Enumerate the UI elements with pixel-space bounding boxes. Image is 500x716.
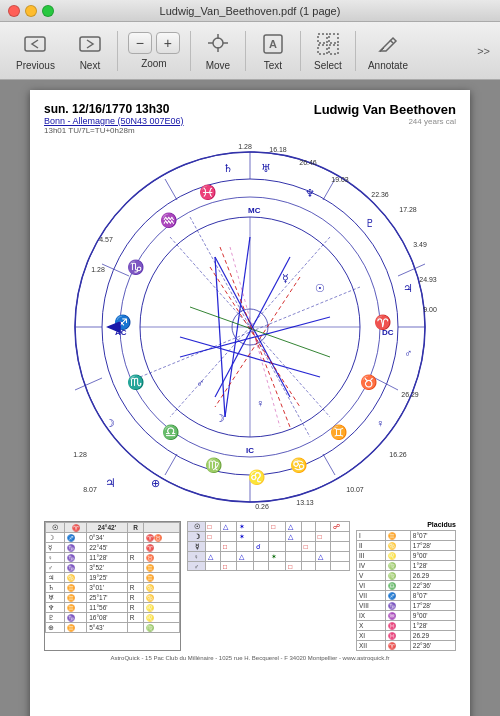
select-icon [314, 30, 342, 58]
zoom-group: − + Zoom [120, 28, 188, 73]
annotate-label: Annotate [368, 60, 408, 71]
svg-rect-0 [25, 37, 45, 51]
select-label: Select [314, 60, 342, 71]
svg-text:9.00: 9.00 [423, 306, 437, 313]
svg-text:1.28: 1.28 [73, 451, 87, 458]
svg-text:1.28: 1.28 [238, 143, 252, 150]
placidus-title: Placidus [356, 521, 456, 528]
svg-text:♊: ♊ [330, 424, 348, 441]
previous-label: Previous [16, 60, 55, 71]
svg-text:☿: ☿ [282, 272, 289, 284]
next-button[interactable]: Next [65, 26, 115, 76]
minimize-button[interactable] [25, 5, 37, 17]
annotate-button[interactable]: Annotate [358, 26, 418, 76]
svg-text:16.18: 16.18 [269, 146, 287, 153]
placidus-table: Placidus I ♊ 8°07' II ♋ 17°28' III ♌ [356, 521, 456, 651]
svg-text:26.46: 26.46 [299, 159, 317, 166]
aspect-table: ☉ □ △ ✶ □ △ ☍ ☽ □ [187, 521, 350, 651]
svg-text:♅: ♅ [261, 162, 271, 174]
select-button[interactable]: Select [303, 26, 353, 76]
move-button[interactable]: Move [193, 26, 243, 76]
header-left: sun. 12/16/1770 13h30 Bonn - Allemagne (… [44, 102, 184, 135]
birth-date: sun. 12/16/1770 13h30 [44, 102, 184, 116]
zoom-in-button[interactable]: + [156, 32, 180, 54]
chart-container: ♓ ♒ ♑ ♐ ♏ ♎ ♍ ♌ [44, 137, 456, 517]
svg-point-2 [213, 38, 223, 48]
svg-rect-10 [329, 34, 338, 43]
svg-text:4.57: 4.57 [99, 236, 113, 243]
page-header: sun. 12/16/1770 13h30 Bonn - Allemagne (… [44, 102, 456, 135]
table-header: ☉ [46, 523, 65, 533]
svg-text:♏: ♏ [127, 374, 145, 391]
svg-text:♋: ♋ [290, 457, 308, 474]
divider-5 [355, 31, 356, 71]
svg-text:⊕: ⊕ [151, 477, 160, 489]
svg-text:♓: ♓ [199, 184, 217, 201]
text-icon: A [259, 30, 287, 58]
svg-text:DC: DC [382, 328, 394, 337]
svg-text:22.36: 22.36 [371, 191, 389, 198]
svg-text:♀: ♀ [376, 417, 384, 429]
years-label: 244 years cal [314, 117, 456, 126]
svg-text:26.29: 26.29 [401, 391, 419, 398]
zoom-out-button[interactable]: − [128, 32, 152, 54]
svg-text:1.28: 1.28 [91, 266, 105, 273]
move-icon [204, 30, 232, 58]
divider-1 [117, 31, 118, 71]
window-title: Ludwig_Van_Beethoven.pdf (1 page) [160, 5, 341, 17]
svg-text:♌: ♌ [248, 469, 266, 486]
svg-text:♇: ♇ [365, 217, 375, 229]
svg-text:17.28: 17.28 [399, 206, 417, 213]
svg-text:♆: ♆ [305, 187, 315, 199]
text-button[interactable]: A Text [248, 26, 298, 76]
svg-text:♂: ♂ [404, 347, 412, 359]
birth-coords: 13h01 TU/7L=TU+0h28m [44, 126, 184, 135]
svg-text:♉: ♉ [360, 374, 378, 391]
svg-text:10.07: 10.07 [346, 486, 364, 493]
svg-text:16.26: 16.26 [389, 451, 407, 458]
svg-text:☽: ☽ [105, 417, 115, 429]
svg-rect-12 [329, 45, 338, 54]
svg-text:♍: ♍ [205, 457, 223, 474]
previous-button[interactable]: Previous [6, 26, 65, 76]
svg-line-13 [390, 40, 393, 43]
svg-text:24.93: 24.93 [419, 276, 437, 283]
previous-icon [21, 30, 49, 58]
planet-table: ☉ ♈ 24°42' R ☽ ♐ 0°34' ♈♉ ☿ [44, 521, 181, 651]
tables-section: ☉ ♈ 24°42' R ☽ ♐ 0°34' ♈♉ ☿ [44, 521, 456, 651]
svg-text:0.26: 0.26 [255, 503, 269, 510]
svg-rect-1 [80, 37, 100, 51]
window-controls [8, 5, 54, 17]
svg-text:8.07: 8.07 [83, 486, 97, 493]
svg-text:♃: ♃ [105, 476, 116, 490]
maximize-button[interactable] [42, 5, 54, 17]
divider-4 [300, 31, 301, 71]
svg-text:♀: ♀ [256, 397, 264, 409]
move-label: Move [206, 60, 230, 71]
svg-text:A: A [269, 38, 277, 50]
content-area: sun. 12/16/1770 13h30 Bonn - Allemagne (… [0, 80, 500, 716]
divider-2 [190, 31, 191, 71]
title-bar: Ludwig_Van_Beethoven.pdf (1 page) [0, 0, 500, 22]
chart-svg: ♓ ♒ ♑ ♐ ♏ ♎ ♍ ♌ [60, 137, 440, 517]
birth-location: Bonn - Allemagne (50N43 007E06) [44, 116, 184, 126]
header-right: Ludwig Van Beethoven 244 years cal [314, 102, 456, 126]
svg-text:MC: MC [248, 206, 261, 215]
zoom-label: Zoom [141, 58, 167, 69]
svg-text:♎: ♎ [162, 424, 180, 441]
divider-3 [245, 31, 246, 71]
annotate-icon [374, 30, 402, 58]
svg-text:♑: ♑ [127, 259, 145, 276]
svg-text:13.13: 13.13 [296, 499, 314, 506]
pdf-page: sun. 12/16/1770 13h30 Bonn - Allemagne (… [30, 90, 470, 716]
footer-text: AstroQuick - 15 Pac Club du Millénaire -… [44, 655, 456, 661]
svg-text:♒: ♒ [160, 212, 178, 229]
svg-text:♂: ♂ [196, 377, 204, 389]
svg-text:♃: ♃ [403, 282, 413, 294]
expand-button[interactable]: >> [473, 41, 494, 61]
svg-rect-9 [318, 34, 327, 43]
svg-text:☽: ☽ [215, 412, 225, 424]
toolbar: Previous Next − + Zoom [0, 22, 500, 80]
next-icon [76, 30, 104, 58]
close-button[interactable] [8, 5, 20, 17]
